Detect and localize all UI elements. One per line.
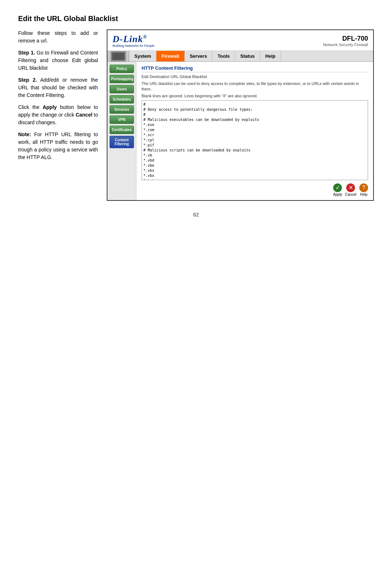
- apply-label: Apply: [333, 192, 342, 196]
- help-icon: ?: [359, 183, 368, 192]
- tab-help[interactable]: Help: [260, 51, 281, 61]
- router-icon: [111, 51, 126, 61]
- apply-button[interactable]: ✓ Apply: [333, 183, 342, 196]
- tab-tools[interactable]: Tools: [212, 51, 235, 61]
- router-model: DFL-700 Network Security Firewall: [323, 35, 368, 47]
- cancel-button[interactable]: ✕ Cancel: [345, 183, 356, 196]
- tab-servers[interactable]: Servers: [185, 51, 213, 61]
- cancel-icon: ✕: [346, 183, 355, 192]
- sidebar-btn-certificates[interactable]: Certificates: [110, 126, 134, 134]
- apply-icon: ✓: [333, 183, 342, 192]
- section-title: HTTP Content Filtering: [142, 65, 368, 72]
- nav-tabs: System Firewall Servers Tools Status Hel…: [129, 51, 373, 61]
- step2-label: Step 2.: [18, 77, 37, 83]
- click-apply-paragraph: Click the Apply button below to apply th…: [18, 104, 98, 126]
- dlink-tagline: Building Networks for People: [113, 44, 155, 48]
- content-description: The URL blacklist can be used to deny ac…: [142, 81, 368, 92]
- content-subtitle: Edit Destination URL Global Blacklist: [142, 74, 368, 79]
- ignored-note: Blank lines are ignored. Lines beginning…: [142, 94, 368, 98]
- blacklist-textarea[interactable]: [142, 100, 368, 180]
- sidebar-btn-portmapping[interactable]: Portmapping: [110, 75, 134, 83]
- main-layout: Follow these steps to add or remove a ur…: [18, 29, 374, 201]
- tab-firewall[interactable]: Firewall: [156, 51, 184, 61]
- dlink-logo-text: D-Link®: [113, 34, 155, 45]
- step2-paragraph: Step 2. Add/edit or remove the URL that …: [18, 76, 98, 99]
- registered-symbol: ®: [143, 34, 147, 40]
- step1-label: Step 1.: [18, 50, 35, 56]
- content-area: Policy Portmapping Users Schedules Servi…: [107, 62, 373, 200]
- page-number: 62: [18, 212, 374, 218]
- cancel-reference: Cancel: [75, 112, 92, 118]
- router-icon-container: [107, 51, 129, 61]
- help-button[interactable]: ? Help: [359, 183, 368, 196]
- cancel-label: Cancel: [345, 192, 356, 196]
- dlink-logo: D-Link® Building Networks for People: [113, 34, 155, 48]
- tab-status[interactable]: Status: [235, 51, 260, 61]
- note-label: Note:: [18, 131, 31, 137]
- router-panel: D-Link® Building Networks for People DFL…: [107, 29, 374, 201]
- intro-text: Follow these steps to add or remove a ur…: [18, 29, 98, 45]
- router-model-sub: Network Security Firewall: [323, 42, 368, 47]
- sidebar-btn-vpn[interactable]: VPN: [110, 115, 134, 124]
- sidebar-btn-content-filtering[interactable]: Content Filtering: [110, 136, 134, 148]
- sidebar-btn-schedules[interactable]: Schedules: [110, 95, 134, 104]
- sidebar: Policy Portmapping Users Schedules Servi…: [107, 62, 136, 200]
- note-paragraph: Note: For HTTP URL filtering to work, al…: [18, 131, 98, 161]
- sidebar-btn-users[interactable]: Users: [110, 85, 134, 93]
- router-model-name: DFL-700: [323, 35, 368, 42]
- sidebar-btn-services[interactable]: Services: [110, 105, 134, 114]
- apply-reference: Apply: [42, 104, 57, 110]
- nav-bar: System Firewall Servers Tools Status Hel…: [107, 51, 373, 62]
- page-title: Edit the URL Global Blacklist: [18, 15, 374, 23]
- action-buttons: ✓ Apply ✕ Cancel ? Help: [142, 183, 368, 196]
- tab-system[interactable]: System: [129, 51, 156, 61]
- router-header: D-Link® Building Networks for People DFL…: [107, 30, 373, 51]
- help-label: Help: [360, 192, 368, 196]
- step1-paragraph: Step 1. Go to Firewall and Content Filte…: [18, 49, 98, 72]
- main-content: HTTP Content Filtering Edit Destination …: [136, 62, 373, 200]
- sidebar-btn-policy[interactable]: Policy: [110, 65, 134, 73]
- left-text-column: Follow these steps to add or remove a ur…: [18, 29, 98, 166]
